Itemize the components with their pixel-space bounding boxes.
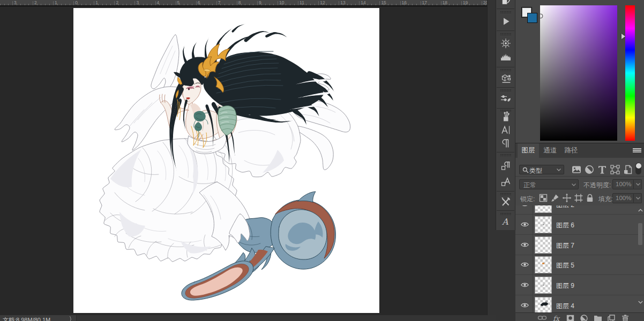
new-layer-button[interactable] <box>608 315 615 321</box>
horizontal-ruler[interactable]: 32101234567891011121314151617181920 <box>0 0 487 6</box>
scroll-up-icon[interactable] <box>638 209 643 212</box>
layer-name[interactable]: 图层 9 <box>556 281 574 291</box>
layer-thumbnail[interactable] <box>535 216 552 233</box>
eye-icon[interactable] <box>521 262 529 268</box>
scroll-down-icon[interactable] <box>638 301 643 304</box>
layer-name[interactable]: 图层 5 <box>556 261 574 270</box>
canvas-viewport[interactable] <box>0 7 487 315</box>
filter-pixel-layers-button[interactable] <box>571 164 582 175</box>
eye-icon[interactable] <box>521 282 529 288</box>
tool-presets-panel-icon[interactable] <box>500 112 511 123</box>
hue-slider[interactable] <box>625 5 635 141</box>
filter-adjustment-layers-button[interactable] <box>584 164 595 175</box>
background-color-swatch[interactable] <box>527 13 537 23</box>
opacity-input[interactable]: 100% <box>612 179 642 189</box>
styles-panel-icon[interactable]: A <box>500 216 511 227</box>
threed-panel-icon[interactable] <box>500 73 511 83</box>
status-chevron-icon[interactable]: 〉 <box>70 315 71 321</box>
layer-thumbnail[interactable] <box>535 236 552 254</box>
ruler-minor-tick <box>65 4 66 5</box>
layer-name[interactable]: 图层 7 <box>556 241 574 250</box>
paragraph-panel-icon[interactable] <box>500 138 511 149</box>
layer-row[interactable]: 图层 6 <box>515 215 644 235</box>
document-scrollbar[interactable] <box>487 0 496 315</box>
brush-panel-icon[interactable] <box>500 93 512 104</box>
tab-paths[interactable]: 路径 <box>561 143 581 158</box>
tab-layers[interactable]: 图层 <box>518 143 539 158</box>
layer-visibility-cell[interactable] <box>515 255 533 275</box>
layer-list-scrollbar[interactable] <box>637 205 644 312</box>
hue-slider-marker[interactable] <box>621 34 625 39</box>
layer-thumbnail[interactable] <box>535 256 552 273</box>
layer-thumbnail[interactable] <box>535 205 552 213</box>
layer-effects-button[interactable]: fx <box>553 315 561 321</box>
chevron-down-icon <box>557 169 561 171</box>
layer-visibility-cell[interactable] <box>515 235 533 255</box>
ruler-major-tick <box>339 1 339 5</box>
layer-visibility-cell[interactable] <box>515 275 533 295</box>
document-canvas[interactable] <box>73 8 379 313</box>
ruler-minor-tick <box>363 4 364 5</box>
ruler-minor-tick <box>200 4 200 5</box>
scrollbar-thumb[interactable] <box>638 223 642 245</box>
eye-icon[interactable] <box>521 221 529 227</box>
photoshop-window: 32101234567891011121314151617181920 <box>0 0 644 321</box>
new-adjustment-layer-button[interactable] <box>580 315 588 321</box>
ruler-minor-tick <box>371 4 372 5</box>
navigator-panel-icon[interactable] <box>500 37 511 49</box>
lock-artboard-button[interactable] <box>574 193 583 203</box>
filter-shape-layers-button[interactable] <box>610 164 620 175</box>
layer-row[interactable]: 图层 2 <box>515 205 644 215</box>
ruler-minor-tick <box>408 4 409 5</box>
panel-menu-icon[interactable] <box>633 148 641 154</box>
layer-thumbnail[interactable] <box>535 277 552 294</box>
lock-all-button[interactable] <box>585 193 595 203</box>
layer-row[interactable]: 图层 5 <box>515 255 644 275</box>
ruler-minor-tick <box>98 4 99 5</box>
ruler-minor-tick <box>429 4 429 5</box>
layer-visibility-cell[interactable] <box>515 215 533 235</box>
eye-icon[interactable] <box>521 242 529 248</box>
ruler-minor-tick <box>208 4 209 5</box>
history-panel-icon[interactable] <box>500 0 512 7</box>
delete-layer-button[interactable] <box>621 315 629 321</box>
color-field-cursor[interactable] <box>538 14 543 19</box>
ruler-minor-tick <box>249 4 250 5</box>
character-panel-icon[interactable] <box>500 125 511 135</box>
blend-mode-dropdown[interactable]: 正常 <box>519 179 579 189</box>
lock-transparency-button[interactable] <box>538 193 548 203</box>
new-group-button[interactable] <box>594 315 602 321</box>
character-styles-panel-icon[interactable] <box>500 177 511 188</box>
histogram-panel-icon[interactable] <box>500 52 512 61</box>
layer-row[interactable]: 图层 4 <box>515 295 644 312</box>
eye-icon[interactable] <box>521 205 529 207</box>
link-layers-button[interactable] <box>537 315 547 321</box>
layer-name[interactable]: 图层 2 <box>556 205 574 210</box>
actions-panel-icon[interactable] <box>500 16 511 27</box>
eye-icon[interactable] <box>521 302 529 308</box>
layer-name[interactable]: 图层 4 <box>556 302 574 311</box>
fill-label: 填充: <box>598 195 613 204</box>
layer-thumbnail[interactable] <box>535 297 552 312</box>
layer-row[interactable]: 图层 7 <box>515 235 644 255</box>
paragraph-styles-panel-icon[interactable] <box>500 160 511 171</box>
dock-group-separator <box>497 210 514 211</box>
filter-type-layers-button[interactable] <box>597 164 608 175</box>
svg-text:fx: fx <box>553 315 560 321</box>
ruler-minor-tick <box>485 4 486 5</box>
layer-row[interactable]: 图层 9 <box>515 275 644 295</box>
layer-visibility-cell[interactable] <box>515 205 533 215</box>
layer-visibility-cell[interactable] <box>515 295 533 312</box>
ruler-number: 20 <box>483 0 487 5</box>
tools-panel-icon[interactable] <box>500 196 511 208</box>
filter-smart-objects-button[interactable] <box>623 164 633 175</box>
lock-position-button[interactable] <box>562 193 572 203</box>
layer-name[interactable]: 图层 6 <box>556 221 574 230</box>
saturation-brightness-field[interactable] <box>540 5 617 141</box>
filter-switch[interactable] <box>635 163 641 174</box>
fill-input[interactable]: 100% <box>612 193 642 203</box>
tab-channels[interactable]: 通道 <box>540 143 561 158</box>
filter-type-dropdown[interactable]: 类型 <box>519 165 564 174</box>
lock-pixels-button[interactable] <box>550 193 560 203</box>
add-layer-mask-button[interactable] <box>566 315 574 321</box>
